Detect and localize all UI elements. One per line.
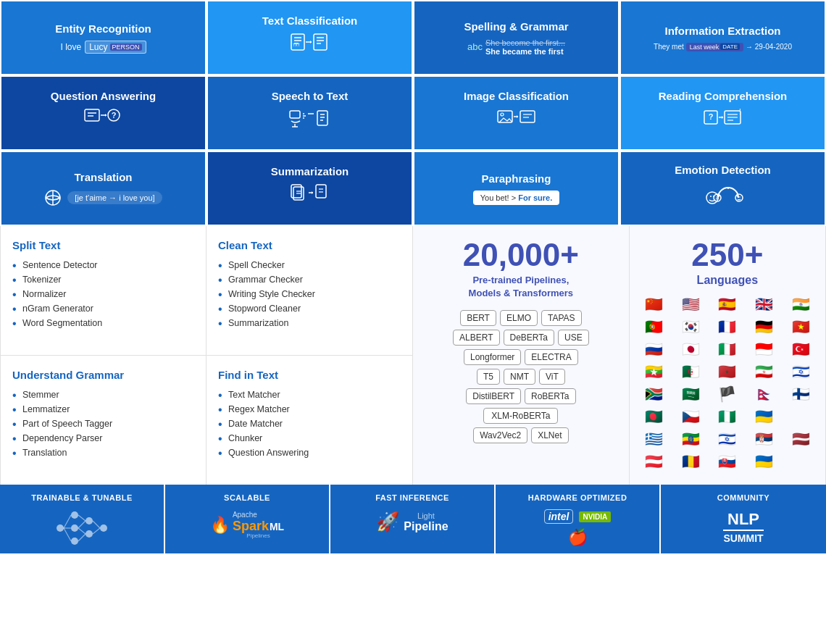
tile-title: Spelling & Grammar <box>464 20 568 33</box>
scalable-label: Scalable <box>224 493 270 502</box>
model-tag: TAPAS <box>541 310 582 326</box>
tile-question-answering[interactable]: Question Answering ? <box>0 75 206 151</box>
flag-algeria: 🇩🇿 <box>682 361 700 382</box>
clean-text-list: •Spell Checker •Grammar Checker •Writing… <box>218 260 401 328</box>
list-item: •Tokenizer <box>12 275 194 285</box>
flag-korea: 🇰🇷 <box>682 317 700 337</box>
svg-point-74 <box>100 524 107 532</box>
nlp-summit-logo: NLP SUMMIT <box>723 511 763 544</box>
svg-rect-7 <box>314 34 327 50</box>
understand-grammar-list: •Stemmer •Lemmatizer •Part of Speech Tag… <box>12 390 194 458</box>
svg-point-69 <box>71 511 78 519</box>
hardware-logos: intel NVIDIA 🍎 <box>544 509 612 547</box>
svg-rect-53 <box>316 185 326 198</box>
summarize-icon <box>290 183 330 212</box>
svg-marker-32 <box>517 115 518 118</box>
flag-germany: 🇩🇪 <box>755 317 773 337</box>
list-item: •Normalizer <box>12 289 194 299</box>
tile-summarization[interactable]: Summarization <box>206 151 413 226</box>
svg-line-82 <box>93 521 100 528</box>
tile-image-classification[interactable]: Image Classification <box>413 75 620 151</box>
list-item: •Summarization <box>218 318 401 328</box>
flag-uk: 🇬🇧 <box>755 294 773 314</box>
flag-morocco: 🇲🇦 <box>718 361 736 382</box>
tile-reading-comprehension[interactable]: Reading Comprehension ? ! <box>620 75 826 151</box>
tile-translation[interactable]: Translation [je t'aime → i love you] <box>0 151 206 226</box>
flag-vietnam: 🇻🇳 <box>792 317 810 337</box>
svg-point-66 <box>716 196 717 198</box>
svg-marker-6 <box>310 41 312 43</box>
flag-italy: 🇮🇹 <box>718 339 736 359</box>
model-tag: ELMO <box>500 310 538 326</box>
model-tag: NMT <box>504 369 535 385</box>
model-row: BERT ELMO TAPAS <box>460 310 581 326</box>
svg-marker-15 <box>105 114 107 117</box>
trainable-label: Trainable & Tunable <box>31 493 133 502</box>
emotion-icon <box>698 182 748 214</box>
svg-point-71 <box>71 538 78 545</box>
split-text-section: Split Text •Sentence Detector •Tokenizer… <box>1 226 206 356</box>
flag-spain: 🇪🇸 <box>718 294 736 314</box>
model-tag: Wav2Vec2 <box>473 427 527 443</box>
svg-rect-0 <box>291 34 304 50</box>
sparkml-logo: 🔥 Apache Spark ML Pipelines <box>210 511 284 539</box>
stats-label: Pre-trained Pipelines,Models & Transform… <box>422 274 620 300</box>
image-icon <box>496 108 537 137</box>
flag-china: 🇨🇳 <box>645 294 663 314</box>
flag-ukraine: 🇺🇦 <box>755 406 773 427</box>
tile-emotion-detection[interactable]: Emotion Detection <box>620 151 826 226</box>
model-tag: RoBERTa <box>525 388 575 404</box>
flag-serbia: 🇷🇸 <box>755 429 773 449</box>
list-item: •Stopword Cleaner <box>218 304 401 314</box>
find-in-text-list: •Text Matcher •Regex Matcher •Date Match… <box>218 390 401 458</box>
svg-line-83 <box>93 528 100 534</box>
speech-icon <box>288 108 332 137</box>
stats-section: 20,000+ Pre-trained Pipelines,Models & T… <box>413 226 630 485</box>
list-item: •Spell Checker <box>218 260 401 270</box>
model-row: T5 NMT ViT <box>477 369 565 385</box>
flag-greece: 🇬🇷 <box>645 429 663 449</box>
find-in-text-section: Find in Text •Text Matcher •Regex Matche… <box>206 356 412 485</box>
list-item: •Part of Speech Tagger <box>12 419 194 429</box>
tile-entity-recognition[interactable]: Entity Recognition I love Lucy PERSON <box>0 0 206 75</box>
text-class-icon: TXT <box>290 33 330 62</box>
svg-rect-33 <box>520 111 535 122</box>
bottom-community: Community NLP SUMMIT <box>661 485 826 553</box>
svg-text:?: ? <box>111 111 116 120</box>
stats-count: 20,000+ <box>422 239 620 271</box>
flag-usa: 🇺🇸 <box>682 294 700 314</box>
tile-speech-to-text[interactable]: Speech to Text <box>206 75 413 151</box>
flag-saudiarabia: 🇸🇦 <box>682 384 700 404</box>
model-row: Wav2Vec2 XLNet <box>473 427 568 443</box>
list-item: •Question Answering <box>218 448 401 458</box>
grammar-demo: abc She become the first... She became t… <box>467 38 565 56</box>
tile-title: Summarization <box>271 165 349 177</box>
entity-demo: I love Lucy PERSON <box>60 41 146 54</box>
flag-austria: 🇦🇹 <box>645 451 663 472</box>
model-tag: ELECTRA <box>525 349 577 365</box>
svg-line-80 <box>78 528 85 534</box>
flag-portugal: 🇵🇹 <box>645 317 663 337</box>
tile-paraphrasing[interactable]: Paraphrasing You bet! > For sure. <box>413 151 620 226</box>
tile-spelling-grammar[interactable]: Spelling & Grammar abc She become the fi… <box>413 0 620 75</box>
svg-point-72 <box>85 517 93 524</box>
list-item: •Regex Matcher <box>218 404 401 414</box>
tile-title: Translation <box>74 171 132 183</box>
tile-text-classification[interactable]: Text Classification TXT <box>206 0 413 75</box>
svg-point-64 <box>739 196 741 198</box>
svg-line-78 <box>78 515 85 521</box>
svg-rect-11 <box>85 109 99 121</box>
svg-point-56 <box>706 192 718 204</box>
svg-text:TXT: TXT <box>293 43 299 47</box>
bottom-bar: Trainable & Tunable Scalable 🔥 <box>0 485 826 553</box>
flag-france: 🇫🇷 <box>718 317 736 337</box>
svg-marker-52 <box>312 191 313 194</box>
tile-information-extraction[interactable]: Information Extraction They met Last wee… <box>620 0 826 75</box>
model-tag: ViT <box>539 369 565 385</box>
svg-line-77 <box>64 528 71 541</box>
clean-text-section: Clean Text •Spell Checker •Grammar Check… <box>206 226 412 356</box>
split-text-title: Split Text <box>12 239 194 251</box>
flag-bangladesh: 🇧🇩 <box>645 406 663 427</box>
flag-japan: 🇯🇵 <box>682 339 700 359</box>
bottom-hardware: Hardware Optimized intel NVIDIA 🍎 <box>496 485 661 553</box>
